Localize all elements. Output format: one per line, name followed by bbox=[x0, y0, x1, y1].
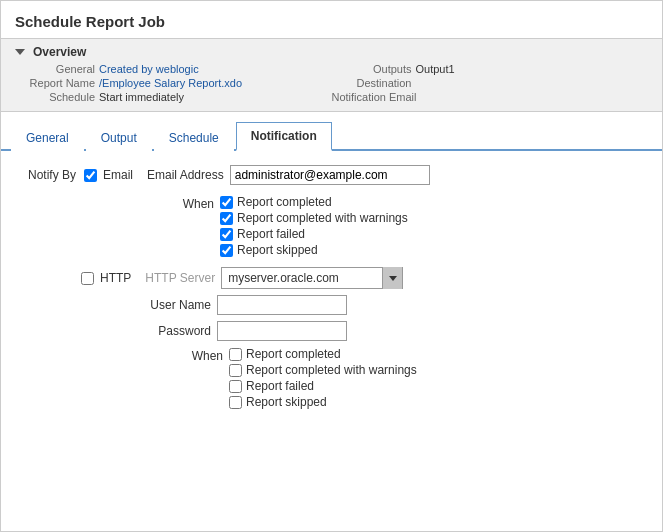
list-item[interactable]: Report failed bbox=[220, 227, 408, 241]
overview-section: Overview General Created by weblogic Rep… bbox=[1, 38, 662, 112]
username-row: User Name bbox=[141, 295, 642, 315]
chevron-down-icon bbox=[389, 276, 397, 281]
username-label: User Name bbox=[141, 298, 211, 312]
http-label[interactable]: HTTP bbox=[100, 271, 131, 285]
tab-notification[interactable]: Notification bbox=[236, 122, 332, 151]
overview-grid: General Created by weblogic Report Name … bbox=[15, 63, 648, 103]
tab-output[interactable]: Output bbox=[86, 124, 152, 151]
email-section: Email Email Address When Report complete… bbox=[84, 165, 430, 257]
schedule-value: Start immediately bbox=[99, 91, 184, 103]
email-address-label: Email Address bbox=[147, 168, 224, 182]
password-input[interactable] bbox=[217, 321, 347, 341]
overview-header: Overview bbox=[15, 45, 648, 59]
http-server-dropdown-arrow[interactable] bbox=[382, 267, 402, 289]
http-when-label: When bbox=[183, 347, 223, 363]
list-item[interactable]: Report completed bbox=[220, 195, 408, 209]
general-label: General bbox=[15, 63, 95, 75]
password-label: Password bbox=[141, 324, 211, 338]
outputs-value: Output1 bbox=[416, 63, 455, 75]
email-label[interactable]: Email bbox=[103, 168, 133, 182]
general-value: Created by weblogic bbox=[99, 63, 199, 75]
http-server-label: HTTP Server bbox=[145, 271, 215, 285]
http-server-value: myserver.oracle.com bbox=[222, 269, 382, 287]
email-when-label: When bbox=[174, 195, 214, 211]
list-item[interactable]: Report completed bbox=[229, 347, 417, 361]
http-checkbox[interactable] bbox=[81, 272, 94, 285]
notification-tab-content: Notify By Email Email Address When Repor… bbox=[1, 151, 662, 423]
http-report-skipped-checkbox[interactable] bbox=[229, 396, 242, 409]
tab-schedule[interactable]: Schedule bbox=[154, 124, 234, 151]
overview-general-row: General Created by weblogic bbox=[15, 63, 332, 75]
overview-outputs-row: Outputs Output1 bbox=[332, 63, 649, 75]
http-report-completed-warnings-checkbox[interactable] bbox=[229, 364, 242, 377]
destination-label: Destination bbox=[332, 77, 412, 89]
http-main-row: HTTP HTTP Server myserver.oracle.com bbox=[21, 267, 642, 289]
list-item[interactable]: Report failed bbox=[229, 379, 417, 393]
notify-by-label: Notify By bbox=[21, 165, 76, 182]
overview-destination-row: Destination bbox=[332, 77, 649, 89]
notify-by-row: Notify By Email Email Address When Repor… bbox=[21, 165, 642, 257]
email-when-section: When Report completed Report completed w… bbox=[174, 195, 430, 257]
http-section: HTTP HTTP Server myserver.oracle.com Use… bbox=[21, 267, 642, 409]
overview-schedule-row: Schedule Start immediately bbox=[15, 91, 332, 103]
schedule-label: Schedule bbox=[15, 91, 95, 103]
email-report-skipped-checkbox[interactable] bbox=[220, 244, 233, 257]
overview-right: Outputs Output1 Destination Notification… bbox=[332, 63, 649, 103]
tabs-bar: General Output Schedule Notification bbox=[1, 120, 662, 151]
email-address-input[interactable] bbox=[230, 165, 430, 185]
tab-general[interactable]: General bbox=[11, 124, 84, 151]
overview-left: General Created by weblogic Report Name … bbox=[15, 63, 332, 103]
page-container: Schedule Report Job Overview General Cre… bbox=[0, 0, 663, 532]
http-when-section: When Report completed Report completed w… bbox=[183, 347, 642, 409]
notification-email-label: Notification Email bbox=[332, 91, 417, 103]
email-main-row: Email Email Address bbox=[84, 165, 430, 185]
email-checkbox[interactable] bbox=[84, 169, 97, 182]
page-title: Schedule Report Job bbox=[1, 1, 662, 38]
email-report-completed-checkbox[interactable] bbox=[220, 196, 233, 209]
report-name-label: Report Name bbox=[15, 77, 95, 89]
collapse-triangle-icon[interactable] bbox=[15, 49, 25, 55]
email-when-checks: Report completed Report completed with w… bbox=[220, 195, 408, 257]
http-report-failed-checkbox[interactable] bbox=[229, 380, 242, 393]
username-input[interactable] bbox=[217, 295, 347, 315]
list-item[interactable]: Report skipped bbox=[220, 243, 408, 257]
http-server-dropdown[interactable]: myserver.oracle.com bbox=[221, 267, 403, 289]
email-report-completed-warnings-checkbox[interactable] bbox=[220, 212, 233, 225]
overview-report-name-row: Report Name /Employee Salary Report.xdo bbox=[15, 77, 332, 89]
http-report-completed-checkbox[interactable] bbox=[229, 348, 242, 361]
report-name-value: /Employee Salary Report.xdo bbox=[99, 77, 242, 89]
email-report-failed-checkbox[interactable] bbox=[220, 228, 233, 241]
http-when-checks: Report completed Report completed with w… bbox=[229, 347, 417, 409]
overview-notification-email-row: Notification Email bbox=[332, 91, 649, 103]
list-item[interactable]: Report completed with warnings bbox=[220, 211, 408, 225]
password-row: Password bbox=[141, 321, 642, 341]
list-item[interactable]: Report skipped bbox=[229, 395, 417, 409]
list-item[interactable]: Report completed with warnings bbox=[229, 363, 417, 377]
outputs-label: Outputs bbox=[332, 63, 412, 75]
